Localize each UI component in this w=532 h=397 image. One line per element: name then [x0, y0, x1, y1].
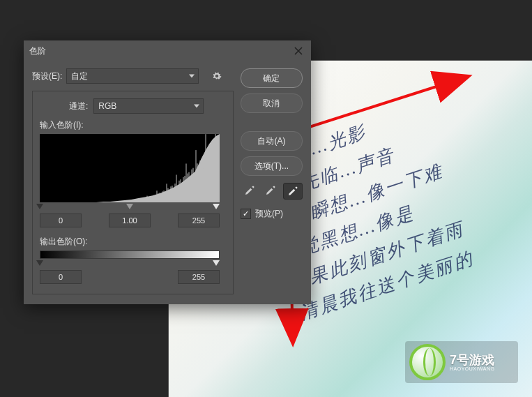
input-white-handle[interactable]: [213, 204, 220, 209]
histogram: [40, 134, 220, 202]
preset-select[interactable]: 自定: [66, 68, 199, 84]
preset-value: 自定: [71, 70, 88, 82]
watermark-cn: 7号游戏: [450, 354, 494, 366]
levels-dialog: 色阶 预设(E): 自定 通道: RGB: [24, 40, 311, 304]
black-point-eyedropper[interactable]: [241, 183, 259, 198]
output-black-handle[interactable]: [36, 260, 43, 266]
output-white-handle[interactable]: [213, 260, 220, 266]
cancel-button[interactable]: 取消: [241, 93, 303, 113]
input-white-field[interactable]: 255: [178, 214, 220, 227]
close-button[interactable]: [291, 44, 305, 58]
chevron-down-icon: [194, 105, 199, 108]
preview-checkbox[interactable]: ✓: [241, 209, 251, 219]
dialog-titlebar[interactable]: 色阶: [24, 40, 311, 61]
output-white-field[interactable]: 255: [178, 270, 220, 284]
input-gamma-field[interactable]: 1.00: [109, 214, 151, 227]
output-gradient: [40, 250, 220, 259]
input-black-handle[interactable]: [36, 204, 43, 209]
input-slider-track[interactable]: [40, 204, 220, 211]
chevron-down-icon: [189, 75, 195, 78]
channel-value: RGB: [98, 101, 116, 111]
white-point-eyedropper[interactable]: [283, 183, 303, 200]
preset-label: 预设(E):: [32, 70, 62, 82]
preview-label: 预览(P): [255, 208, 283, 220]
output-levels-label: 输出色阶(O):: [40, 236, 226, 248]
dialog-title: 色阶: [29, 45, 291, 57]
ok-button[interactable]: 确定: [241, 68, 303, 88]
gear-icon[interactable]: [211, 70, 222, 82]
gray-point-eyedropper[interactable]: [261, 183, 280, 198]
globe-icon: [409, 344, 446, 380]
input-black-field[interactable]: 0: [40, 214, 82, 227]
watermark: 7号游戏 HAOYOUXIWANG: [405, 341, 518, 383]
output-black-field[interactable]: 0: [40, 270, 82, 284]
output-slider-track[interactable]: [40, 260, 220, 267]
auto-button[interactable]: 自动(A): [241, 131, 303, 151]
channel-select[interactable]: RGB: [93, 98, 204, 114]
options-button[interactable]: 选项(T)...: [241, 156, 303, 176]
input-levels-label: 输入色阶(I):: [40, 119, 226, 131]
channel-label: 通道:: [69, 100, 88, 112]
watermark-py: HAOYOUXIWANG: [450, 366, 494, 371]
input-gamma-handle[interactable]: [126, 204, 133, 209]
